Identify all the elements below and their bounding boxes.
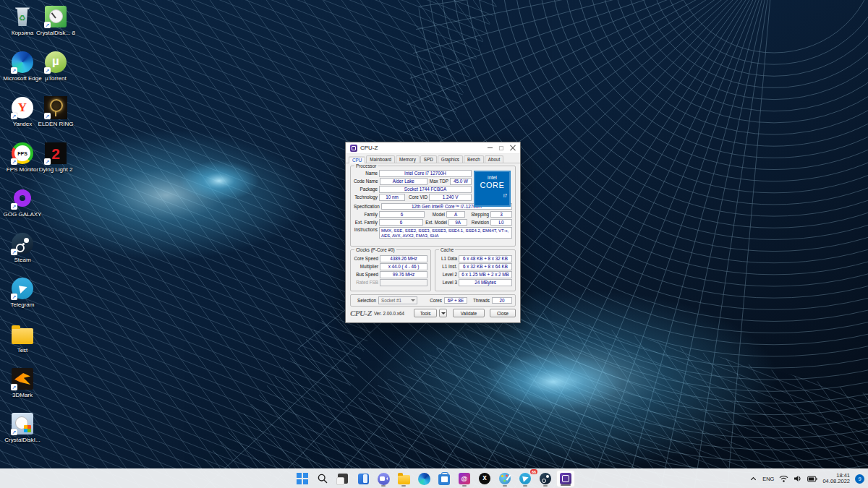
cache-group: Cache L1 Data 6 x 48 KB + 8 x 32 KB L1 I… bbox=[435, 249, 516, 291]
revision-label: Revision bbox=[469, 220, 489, 225]
telegram-button[interactable]: 66 bbox=[516, 470, 535, 487]
desktop-icon-utorrent[interactable]: µTorrent bbox=[33, 50, 78, 82]
widgets-icon bbox=[358, 474, 369, 484]
icon-label: 3DMark bbox=[12, 392, 33, 398]
socket-selection-dropdown[interactable]: Socket #1 bbox=[378, 296, 417, 304]
l1-inst-label: L1 Inst. bbox=[438, 264, 457, 269]
battery-icon[interactable] bbox=[807, 475, 817, 483]
edge-icon bbox=[418, 473, 430, 485]
crystaldiskinfo-icon bbox=[12, 413, 33, 435]
maximize-icon[interactable] bbox=[499, 146, 503, 150]
desktop-icon-crystaldiskinfo[interactable]: CrystalDiskI... bbox=[0, 411, 45, 443]
processor-group: Processor intel CORE i7 Name Intel Core … bbox=[350, 166, 516, 247]
icon-label: Test bbox=[17, 347, 28, 354]
system-tray: ENG 18:41 04.08.2022 9 bbox=[749, 469, 864, 488]
language-indicator[interactable]: ENG bbox=[762, 476, 774, 482]
steam-button[interactable] bbox=[536, 470, 555, 487]
store-button[interactable] bbox=[435, 470, 454, 487]
desktop-icon-test-folder[interactable]: Test bbox=[0, 322, 45, 354]
instructions-value: MMX, SSE, SSE2, SSE3, SSSE3, SSE4.1, SSE… bbox=[379, 227, 512, 239]
tools-button[interactable]: Tools bbox=[414, 309, 437, 317]
level2-value: 6 x 1.25 MB + 2 x 2 MB bbox=[459, 271, 512, 278]
chat-icon bbox=[378, 473, 390, 485]
edge-button[interactable] bbox=[414, 470, 433, 487]
tab-mainboard[interactable]: Mainboard bbox=[366, 155, 395, 163]
cpuz-button[interactable] bbox=[556, 470, 575, 487]
cores-value: 6P + 8E bbox=[444, 297, 467, 304]
elden-ring-icon bbox=[44, 96, 67, 119]
desktop-icon-crystaldiskmark[interactable]: CrystalDisk... 8 bbox=[33, 4, 78, 36]
rated-fsb-label: Rated FSB bbox=[354, 280, 378, 285]
desktop-icon-gog-galaxy[interactable]: GOG GALAXY bbox=[0, 186, 45, 218]
technology-label: Technology bbox=[354, 194, 378, 200]
telegram-icon bbox=[519, 473, 531, 484]
icon-label: CrystalDisk... 8 bbox=[36, 30, 75, 36]
taskbar-clock[interactable]: 18:41 04.08.2022 bbox=[822, 473, 850, 485]
tray-chevron-up-icon[interactable] bbox=[749, 475, 757, 483]
tab-about[interactable]: About bbox=[485, 155, 503, 163]
folder-icon bbox=[12, 328, 33, 344]
ext-family-value: 6 bbox=[379, 219, 423, 226]
date-text: 04.08.2022 bbox=[822, 479, 850, 485]
rated-fsb-value bbox=[380, 279, 427, 286]
start-button[interactable] bbox=[293, 470, 312, 487]
3dmark-icon bbox=[12, 368, 33, 390]
selection-group: Selection Socket #1 Cores 6P + 8E Thread… bbox=[350, 294, 516, 307]
wifi-icon[interactable] bbox=[779, 474, 788, 483]
search-button[interactable] bbox=[313, 470, 332, 487]
widgets-button[interactable] bbox=[354, 470, 373, 487]
icon-label: Корзина bbox=[12, 30, 33, 36]
revision-value: L0 bbox=[490, 219, 512, 226]
cpuz-window: CPU-Z CPU Mainboard Memory SPD Graphics … bbox=[345, 142, 521, 323]
package-value: Socket 1744 FCBGA bbox=[379, 186, 472, 193]
at-sign-app-icon bbox=[459, 473, 470, 484]
task-view-button[interactable] bbox=[333, 470, 352, 487]
core-vid-value: 1.240 V bbox=[429, 194, 472, 201]
chat-button[interactable] bbox=[374, 470, 393, 487]
tab-graphics[interactable]: Graphics bbox=[438, 155, 463, 163]
family-label: Family bbox=[354, 212, 378, 217]
store-icon bbox=[438, 474, 450, 485]
tab-spd[interactable]: SPD bbox=[420, 155, 437, 163]
mail-app-button[interactable] bbox=[455, 470, 474, 487]
desktop-icon-telegram[interactable]: Telegram bbox=[0, 276, 45, 308]
notification-count-badge[interactable]: 9 bbox=[855, 474, 864, 484]
minimize-icon[interactable] bbox=[488, 147, 493, 148]
model-label: Model bbox=[426, 212, 445, 217]
icon-label: GOG GALAXY bbox=[4, 211, 42, 218]
active-window-indicator bbox=[561, 484, 571, 486]
icon-label: CrystalDiskI... bbox=[4, 437, 40, 443]
xbox-button[interactable] bbox=[475, 470, 494, 487]
paint-3d-icon bbox=[499, 473, 511, 484]
window-footer: CPU-Z Ver. 2.00.0.x64 Tools Validate Clo… bbox=[350, 309, 516, 317]
running-indicator bbox=[503, 485, 507, 487]
tab-bench[interactable]: Bench bbox=[464, 155, 484, 163]
crystaldiskmark-icon bbox=[45, 6, 67, 27]
tools-dropdown-icon[interactable] bbox=[439, 309, 447, 317]
close-icon[interactable] bbox=[510, 145, 516, 151]
cpuz-app-icon bbox=[350, 145, 357, 152]
tab-cpu[interactable]: CPU bbox=[349, 156, 365, 163]
volume-icon[interactable] bbox=[793, 474, 802, 483]
desktop-icon-elden-ring[interactable]: ELDEN RING bbox=[33, 95, 78, 127]
file-explorer-button[interactable] bbox=[394, 470, 413, 487]
threads-label: Threads bbox=[469, 298, 490, 303]
desktop-icon-steam[interactable]: Steam bbox=[0, 231, 45, 263]
tab-memory[interactable]: Memory bbox=[396, 155, 420, 163]
selection-label: Selection bbox=[354, 298, 376, 303]
paint-3d-button[interactable] bbox=[495, 470, 514, 487]
file-explorer-icon bbox=[398, 475, 410, 484]
window-title: CPU-Z bbox=[360, 145, 378, 151]
bus-speed-label: Bus Speed bbox=[354, 272, 378, 277]
running-indicator bbox=[523, 485, 527, 487]
desktop: Корзина CrystalDisk... 8 Microsoft Edge … bbox=[0, 0, 868, 488]
edge-icon bbox=[12, 51, 33, 73]
validate-button[interactable]: Validate bbox=[453, 309, 485, 317]
dying-light-2-icon bbox=[45, 142, 67, 164]
code-name-value: Alder Lake bbox=[380, 178, 427, 185]
instructions-label: Instructions bbox=[354, 227, 378, 232]
desktop-icon-3dmark[interactable]: 3DMark bbox=[0, 367, 45, 398]
title-bar[interactable]: CPU-Z bbox=[346, 142, 520, 154]
close-button[interactable]: Close bbox=[490, 309, 516, 317]
desktop-icon-dying-light-2[interactable]: Dying Light 2 bbox=[33, 141, 78, 173]
